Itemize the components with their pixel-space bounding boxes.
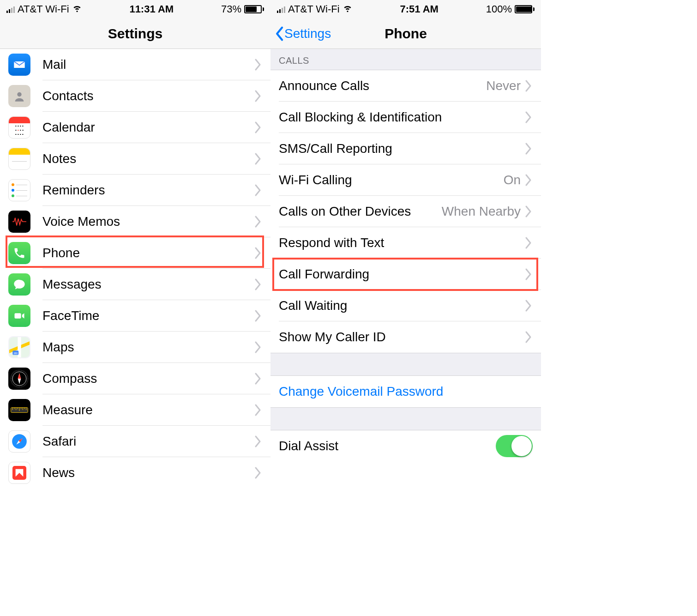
- voice-memos-icon: [8, 211, 30, 233]
- row-value: Never: [486, 79, 521, 93]
- row-label: Compass: [42, 371, 254, 386]
- chevron-right-icon: [254, 341, 262, 354]
- settings-row-news[interactable]: News: [0, 457, 270, 489]
- phone-settings-list: Announce Calls Never Call Blocking & Ide…: [270, 70, 541, 353]
- row-label: Dial Assist: [279, 439, 496, 453]
- back-label: Settings: [284, 26, 331, 41]
- row-sms-reporting[interactable]: SMS/Call Reporting: [270, 133, 541, 164]
- row-label: Safari: [42, 434, 254, 449]
- settings-row-messages[interactable]: Messages: [0, 269, 270, 300]
- link-label: Change Voicemail Password: [279, 384, 443, 399]
- cellular-signal-icon: [277, 6, 285, 13]
- row-wifi-calling[interactable]: Wi-Fi Calling On: [270, 164, 541, 196]
- status-time: 11:31 AM: [129, 3, 174, 15]
- row-other-devices[interactable]: Calls on Other Devices When Nearby: [270, 196, 541, 227]
- settings-row-maps[interactable]: 280 Maps: [0, 332, 270, 363]
- chevron-right-icon: [524, 174, 533, 187]
- row-label: Reminders: [42, 183, 254, 198]
- svg-rect-1: [15, 313, 21, 319]
- chevron-right-icon: [254, 309, 262, 322]
- row-dial-assist[interactable]: Dial Assist: [270, 430, 541, 462]
- status-bar: AT&T Wi-Fi 7:51 AM 100%: [270, 0, 541, 18]
- row-announce-calls[interactable]: Announce Calls Never: [270, 70, 541, 102]
- status-time: 7:51 AM: [400, 3, 439, 15]
- row-label: Mail: [42, 57, 254, 72]
- chevron-right-icon: [524, 299, 533, 312]
- chevron-right-icon: [254, 121, 262, 134]
- row-value: When Nearby: [442, 204, 521, 219]
- nav-header: Settings: [0, 18, 270, 49]
- chevron-right-icon: [254, 215, 262, 228]
- news-icon: [8, 462, 30, 484]
- page-title: Settings: [0, 26, 270, 42]
- svg-text:280: 280: [13, 352, 18, 355]
- settings-row-compass[interactable]: Compass: [0, 363, 270, 394]
- row-label: Wi-Fi Calling: [279, 173, 504, 187]
- chevron-right-icon: [254, 90, 262, 103]
- row-label: SMS/Call Reporting: [279, 141, 524, 156]
- settings-row-mail[interactable]: Mail: [0, 49, 270, 80]
- battery-icon: [515, 5, 535, 13]
- settings-row-facetime[interactable]: FaceTime: [0, 300, 270, 332]
- row-respond-text[interactable]: Respond with Text: [270, 227, 541, 259]
- cellular-signal-icon: [6, 6, 15, 13]
- row-label: Phone: [42, 246, 254, 260]
- row-value: On: [504, 173, 521, 187]
- wifi-icon: [342, 3, 353, 16]
- row-label: Contacts: [42, 89, 254, 103]
- chevron-right-icon: [254, 435, 262, 448]
- chevron-right-icon: [254, 404, 262, 417]
- chevron-right-icon: [524, 236, 533, 249]
- row-label: News: [42, 465, 254, 480]
- chevron-right-icon: [254, 372, 262, 385]
- chevron-right-icon: [524, 142, 533, 155]
- notes-icon: [8, 148, 30, 170]
- settings-row-voicememos[interactable]: Voice Memos: [0, 206, 270, 237]
- back-button[interactable]: Settings: [270, 26, 331, 42]
- chevron-right-icon: [254, 278, 262, 291]
- chevron-right-icon: [254, 247, 262, 260]
- settings-row-contacts[interactable]: Contacts: [0, 80, 270, 112]
- row-label: Voice Memos: [42, 214, 254, 229]
- row-caller-id[interactable]: Show My Caller ID: [270, 321, 541, 353]
- row-change-voicemail-password[interactable]: Change Voicemail Password: [270, 376, 541, 407]
- settings-row-safari[interactable]: Safari: [0, 426, 270, 457]
- row-label: Call Forwarding: [279, 267, 524, 282]
- mail-icon: [8, 54, 30, 76]
- blank-area: [541, 0, 697, 616]
- chevron-right-icon: [254, 58, 262, 71]
- row-label: Show My Caller ID: [279, 330, 524, 344]
- maps-icon: 280: [8, 336, 30, 358]
- battery-percent: 100%: [486, 3, 512, 15]
- row-label: Announce Calls: [279, 79, 486, 93]
- row-label: Call Waiting: [279, 298, 524, 313]
- battery-icon: [244, 5, 264, 13]
- carrier-label: AT&T Wi-Fi: [288, 3, 340, 15]
- chevron-right-icon: [524, 79, 533, 92]
- row-call-forwarding[interactable]: Call Forwarding: [270, 259, 541, 290]
- row-label: Respond with Text: [279, 236, 524, 250]
- settings-screen: AT&T Wi-Fi 11:31 AM 73% Settings: [0, 0, 270, 616]
- measure-icon: [8, 399, 30, 421]
- settings-row-calendar[interactable]: • • • •• • • •• • • • Calendar: [0, 112, 270, 143]
- settings-row-reminders[interactable]: Reminders: [0, 175, 270, 206]
- battery-percent: 73%: [221, 3, 241, 15]
- settings-row-notes[interactable]: Notes: [0, 143, 270, 175]
- settings-row-measure[interactable]: Measure: [0, 394, 270, 426]
- dial-assist-toggle[interactable]: [496, 435, 533, 457]
- phone-icon: [8, 242, 30, 264]
- row-call-waiting[interactable]: Call Waiting: [270, 290, 541, 321]
- row-call-blocking[interactable]: Call Blocking & Identification: [270, 102, 541, 133]
- status-bar: AT&T Wi-Fi 11:31 AM 73%: [0, 0, 270, 18]
- section-separator: [270, 407, 541, 430]
- chevron-right-icon: [524, 205, 533, 218]
- row-label: Call Blocking & Identification: [279, 110, 524, 125]
- settings-row-phone[interactable]: Phone: [0, 237, 270, 269]
- nav-header: Settings Phone: [270, 18, 541, 49]
- settings-list: Mail Contacts • • • •• • • •• • • • Cale…: [0, 49, 270, 489]
- chevron-right-icon: [254, 466, 262, 479]
- contacts-icon: [8, 85, 30, 107]
- messages-icon: [8, 273, 30, 296]
- reminders-icon: [8, 179, 30, 201]
- section-separator: [270, 353, 541, 376]
